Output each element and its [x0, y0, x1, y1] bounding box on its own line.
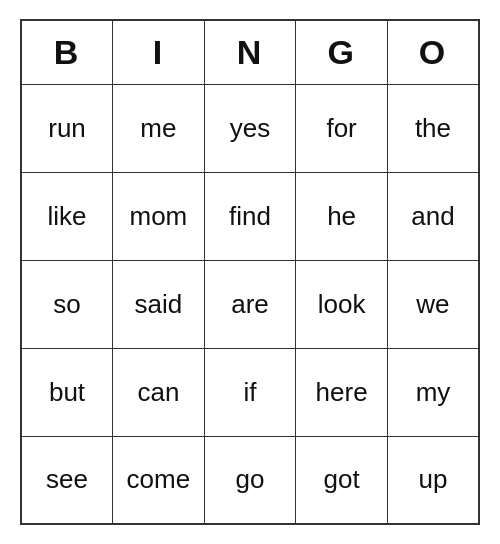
table-row: sosaidarelookwe — [21, 260, 479, 348]
bingo-cell-r1-c4[interactable]: and — [387, 172, 479, 260]
bingo-cell-r0-c2[interactable]: yes — [204, 84, 296, 172]
bingo-cell-r0-c1[interactable]: me — [113, 84, 205, 172]
bingo-cell-r1-c2[interactable]: find — [204, 172, 296, 260]
bingo-cell-r1-c3[interactable]: he — [296, 172, 388, 260]
bingo-cell-r4-c0[interactable]: see — [21, 436, 113, 524]
table-row: butcanifheremy — [21, 348, 479, 436]
bingo-cell-r4-c3[interactable]: got — [296, 436, 388, 524]
bingo-cell-r3-c3[interactable]: here — [296, 348, 388, 436]
table-row: likemomfindheand — [21, 172, 479, 260]
bingo-cell-r4-c2[interactable]: go — [204, 436, 296, 524]
bingo-cell-r3-c0[interactable]: but — [21, 348, 113, 436]
header-cell-n: N — [204, 20, 296, 84]
bingo-cell-r1-c1[interactable]: mom — [113, 172, 205, 260]
bingo-cell-r0-c0[interactable]: run — [21, 84, 113, 172]
bingo-cell-r2-c1[interactable]: said — [113, 260, 205, 348]
bingo-card: BINGO runmeyesforthelikemomfindheandsosa… — [20, 19, 480, 525]
header-cell-o: O — [387, 20, 479, 84]
header-cell-b: B — [21, 20, 113, 84]
bingo-cell-r2-c4[interactable]: we — [387, 260, 479, 348]
bingo-cell-r1-c0[interactable]: like — [21, 172, 113, 260]
bingo-cell-r3-c2[interactable]: if — [204, 348, 296, 436]
bingo-cell-r3-c4[interactable]: my — [387, 348, 479, 436]
table-row: seecomegogotup — [21, 436, 479, 524]
bingo-cell-r0-c4[interactable]: the — [387, 84, 479, 172]
header-cell-i: I — [113, 20, 205, 84]
bingo-cell-r3-c1[interactable]: can — [113, 348, 205, 436]
bingo-cell-r2-c0[interactable]: so — [21, 260, 113, 348]
bingo-cell-r0-c3[interactable]: for — [296, 84, 388, 172]
bingo-cell-r4-c1[interactable]: come — [113, 436, 205, 524]
bingo-cell-r2-c2[interactable]: are — [204, 260, 296, 348]
bingo-cell-r4-c4[interactable]: up — [387, 436, 479, 524]
table-row: runmeyesforthe — [21, 84, 479, 172]
header-cell-g: G — [296, 20, 388, 84]
bingo-cell-r2-c3[interactable]: look — [296, 260, 388, 348]
header-row: BINGO — [21, 20, 479, 84]
